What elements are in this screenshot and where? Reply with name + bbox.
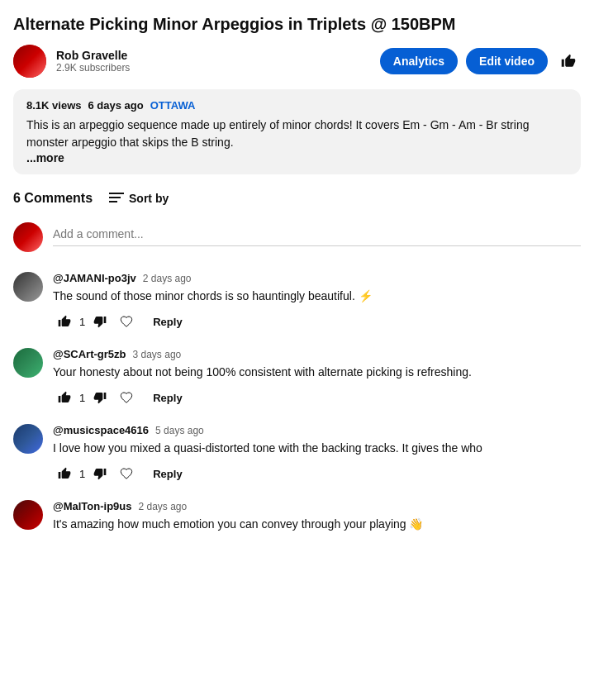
thumbs-up-button[interactable]: [53, 464, 76, 483]
comment-item: @musicspace4616 5 days ago I love how yo…: [13, 424, 581, 483]
thumbs-up-icon: [58, 467, 71, 480]
comment-item: @SCArt-gr5zb 3 days ago Your honesty abo…: [13, 348, 581, 407]
commenter-avatar: [13, 272, 43, 302]
like-count: 1: [79, 392, 85, 404]
comment-text: The sound of those minor chords is so ha…: [53, 288, 581, 305]
comment-time: 2 days ago: [143, 273, 192, 284]
heart-button[interactable]: [115, 464, 138, 483]
comment-content: @SCArt-gr5zb 3 days ago Your honesty abo…: [53, 348, 581, 407]
channel-info: Rob Gravelle 2.9K subscribers: [56, 49, 370, 74]
thumbs-down-button[interactable]: [88, 464, 112, 483]
comment-input-row: [13, 222, 581, 252]
edit-video-button[interactable]: Edit video: [466, 48, 548, 74]
like-count: 1: [79, 316, 85, 328]
sort-button[interactable]: Sort by: [109, 192, 169, 205]
heart-icon: [120, 467, 133, 480]
commenter-avatar: [13, 424, 43, 454]
comment-text: Your honesty about not being 100% consis…: [53, 364, 581, 381]
thumbs-down-button[interactable]: [88, 388, 112, 407]
video-info-box: 8.1K views 6 days ago OTTAWA This is an …: [13, 89, 581, 174]
thumbs-up-icon: [58, 391, 71, 404]
channel-avatar[interactable]: [13, 45, 46, 78]
thumbs-down-icon: [93, 467, 107, 480]
comment-time: 2 days ago: [139, 501, 188, 512]
heart-button[interactable]: [115, 312, 138, 331]
thumbs-down-icon: [93, 391, 107, 404]
comment-time: 3 days ago: [133, 349, 182, 360]
video-title: Alternate Picking Minor Arpeggios in Tri…: [13, 13, 581, 35]
commenter-name[interactable]: @musicspace4616: [53, 424, 149, 436]
commenter-name[interactable]: @SCArt-gr5zb: [53, 348, 126, 360]
svg-rect-0: [109, 193, 124, 194]
heart-icon: [120, 315, 133, 328]
comment-time: 5 days ago: [155, 425, 204, 436]
comment-content: @JAMANI-po3jv 2 days ago The sound of th…: [53, 272, 581, 331]
more-link[interactable]: ...more: [26, 151, 568, 164]
comment-item: @MalTon-ip9us 2 days ago It's amazing ho…: [13, 500, 581, 540]
heart-button[interactable]: [115, 388, 138, 407]
comment-header: @SCArt-gr5zb 3 days ago: [53, 348, 581, 360]
comment-actions: 1 Reply: [53, 312, 581, 331]
svg-rect-1: [109, 197, 121, 198]
heart-icon: [120, 391, 133, 404]
video-location: OTTAWA: [150, 99, 196, 112]
comment-item: @JAMANI-po3jv 2 days ago The sound of th…: [13, 272, 581, 331]
reply-button[interactable]: Reply: [146, 464, 188, 483]
subscriber-count: 2.9K subscribers: [56, 62, 370, 74]
comment-text: I love how you mixed a quasi-distorted t…: [53, 440, 581, 457]
comment-header: @MalTon-ip9us 2 days ago: [53, 500, 581, 512]
svg-rect-2: [109, 201, 117, 202]
upload-time: 6 days ago: [88, 99, 144, 112]
commenter-avatar: [13, 348, 43, 378]
commenter-avatar: [13, 500, 43, 530]
thumbs-down-icon: [93, 315, 107, 328]
like-count: 1: [79, 468, 85, 480]
channel-actions: Analytics Edit video: [380, 48, 581, 74]
thumbs-up-icon: [58, 315, 71, 328]
video-description: This is an arpeggio sequence made up ent…: [26, 117, 568, 151]
analytics-button[interactable]: Analytics: [380, 48, 458, 74]
video-meta: 8.1K views 6 days ago OTTAWA: [26, 99, 568, 112]
sort-label: Sort by: [129, 192, 169, 205]
thumbs-up-button[interactable]: [53, 388, 76, 407]
comment-actions: 1 Reply: [53, 388, 581, 407]
commenter-name[interactable]: @MalTon-ip9us: [53, 500, 132, 512]
comment-content: @musicspace4616 5 days ago I love how yo…: [53, 424, 581, 483]
user-avatar: [13, 222, 43, 252]
comment-header: @JAMANI-po3jv 2 days ago: [53, 272, 581, 284]
thumbs-down-button[interactable]: [88, 312, 112, 331]
comment-actions: 1 Reply: [53, 464, 581, 483]
comments-count: 6 Comments: [13, 191, 93, 206]
reply-button[interactable]: Reply: [146, 388, 188, 407]
comment-text: It's amazing how much emotion you can co…: [53, 516, 581, 533]
add-comment-input[interactable]: [53, 222, 581, 246]
thumbs-up-header-icon: [561, 54, 576, 69]
view-count: 8.1K views: [26, 99, 82, 112]
thumbs-up-button[interactable]: [53, 312, 76, 331]
channel-row: Rob Gravelle 2.9K subscribers Analytics …: [13, 45, 581, 78]
commenter-name[interactable]: @JAMANI-po3jv: [53, 272, 136, 284]
sort-icon: [109, 193, 124, 204]
comment-header: @musicspace4616 5 days ago: [53, 424, 581, 436]
comment-content: @MalTon-ip9us 2 days ago It's amazing ho…: [53, 500, 581, 540]
reply-button[interactable]: Reply: [146, 312, 188, 331]
like-header-button[interactable]: [556, 49, 581, 74]
channel-name[interactable]: Rob Gravelle: [56, 49, 370, 62]
comments-header: 6 Comments Sort by: [13, 191, 581, 206]
